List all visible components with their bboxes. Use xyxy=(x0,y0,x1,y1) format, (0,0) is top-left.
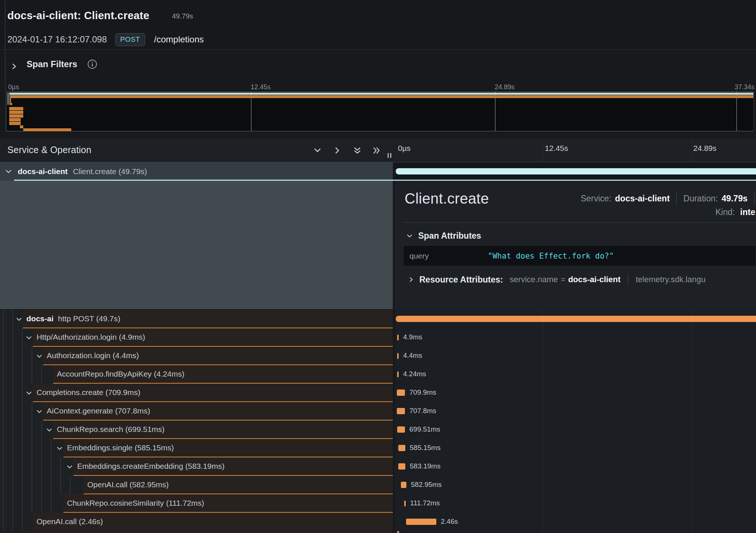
indent-guide xyxy=(22,402,23,420)
chevron-right-icon[interactable] xyxy=(11,63,17,70)
minimap-ruler-tick: 0µs xyxy=(8,83,19,91)
indent-guide xyxy=(41,420,42,439)
span-duration-label: 111.72ms xyxy=(410,499,440,507)
indent-guide xyxy=(32,494,32,513)
indent-guide xyxy=(22,476,23,494)
minimap-ruler-tick: 37.34s xyxy=(735,83,755,91)
chevron-down-icon[interactable] xyxy=(57,447,62,450)
span-row[interactable]: Embeddings.single (585.15ms) xyxy=(0,439,393,457)
column-resize-handle[interactable] xyxy=(388,153,391,158)
span-row[interactable]: AccountRepo.findByApiKey (4.24ms) xyxy=(0,365,393,384)
span-duration-bar[interactable] xyxy=(397,353,399,359)
span-timeline-row[interactable]: 4.9ms xyxy=(395,328,756,347)
span-duration-bar[interactable] xyxy=(404,501,406,506)
span-timeline-row[interactable]: 583.19ms xyxy=(395,457,756,476)
span-timeline-row-selected[interactable] xyxy=(395,162,756,181)
indent-guide xyxy=(3,494,3,513)
span-row[interactable]: Embeddings.createEmbedding (583.19ms) xyxy=(0,457,393,476)
span-row[interactable]: OpenAI.call (582.95ms) xyxy=(0,476,393,494)
indent-guide xyxy=(32,420,32,439)
span-duration-bar[interactable] xyxy=(397,426,405,433)
span-row-selected[interactable]: docs-ai-client Client.create (49.79s) xyxy=(0,162,393,181)
timeline-minimap[interactable] xyxy=(6,91,754,131)
span-row[interactable]: OpenAI.call (2.46s) xyxy=(0,513,393,531)
indent-guide xyxy=(13,347,13,365)
span-duration-bar[interactable] xyxy=(398,445,405,451)
span-timeline-row[interactable]: 2.46s xyxy=(395,513,756,531)
span-timeline-row[interactable] xyxy=(395,310,756,328)
span-row[interactable]: Completions.create (709.9ms) xyxy=(0,384,393,402)
span-timeline-row[interactable]: 709.9ms xyxy=(395,384,756,402)
chevron-down-icon[interactable] xyxy=(26,336,32,340)
indent-guide xyxy=(41,365,42,384)
minimap-span-bar xyxy=(9,107,23,110)
indent-guide xyxy=(41,494,42,513)
indent-guide xyxy=(51,494,51,513)
span-filters-label[interactable]: Span Filters xyxy=(27,59,77,69)
indent-guide xyxy=(22,439,23,457)
span-row[interactable]: Http/Authorization.login (4.9ms) xyxy=(0,328,393,347)
detail-divider xyxy=(403,222,756,223)
collapse-all-icon[interactable] xyxy=(353,146,362,155)
attribute-key: query xyxy=(409,252,429,260)
span-row[interactable]: ChunkRepo.search (699.51ms) xyxy=(0,420,393,439)
info-icon[interactable] xyxy=(87,59,97,69)
selected-row-underline xyxy=(14,180,756,181)
resource-key: service.name xyxy=(510,275,558,284)
span-duration-bar[interactable] xyxy=(397,390,405,396)
span-row[interactable]: docs-aihttp POST (49.7s) xyxy=(0,310,393,328)
span-duration-bar[interactable] xyxy=(396,316,756,322)
span-service-name: docs-ai xyxy=(27,314,54,323)
span-timeline-row[interactable]: 4.4ms xyxy=(395,347,756,365)
span-timeline-row[interactable]: 111.72ms xyxy=(395,494,756,513)
chevron-down-icon[interactable] xyxy=(16,318,22,321)
minimap-span-bar xyxy=(9,93,753,95)
span-row[interactable]: Authorization.login (4.4ms) xyxy=(0,347,393,365)
chevron-right-icon xyxy=(409,277,413,283)
chevron-down-icon[interactable] xyxy=(5,169,12,174)
span-duration-label: 4.9ms xyxy=(403,333,422,341)
collapse-one-icon[interactable] xyxy=(313,146,322,155)
meta-divider xyxy=(676,192,677,205)
span-duration-bar[interactable] xyxy=(397,408,405,414)
chevron-down-icon[interactable] xyxy=(37,354,42,358)
span-duration-bar[interactable] xyxy=(398,463,405,470)
chevron-down-icon[interactable] xyxy=(26,391,32,395)
indent-guide xyxy=(32,439,32,457)
span-operation-name: ChunkRepo.search (699.51ms) xyxy=(57,425,165,434)
span-duration-bar[interactable] xyxy=(397,371,399,377)
span-timeline-row[interactable]: 585.15ms xyxy=(395,439,756,457)
expand-all-icon[interactable] xyxy=(372,146,381,155)
span-row[interactable]: ChunkRepo.cosineSimilarity (111.72ms) xyxy=(0,494,393,513)
timeline-ruler-tick: 24.89s xyxy=(693,144,717,153)
resource-attributes-row[interactable]: Resource Attributes: service.name = docs… xyxy=(409,274,705,285)
chevron-down-icon[interactable] xyxy=(67,465,72,469)
span-duration-bar[interactable] xyxy=(401,482,406,488)
indent-guide xyxy=(13,384,13,402)
span-row-partial[interactable] xyxy=(0,530,393,533)
indent-guide xyxy=(41,476,42,494)
span-timeline-row[interactable]: 707.8ms xyxy=(395,402,756,420)
span-timeline-row[interactable]: 4.24ms xyxy=(395,365,756,384)
span-attributes-header[interactable]: Span Attributes xyxy=(407,231,481,241)
span-timeline-row[interactable]: 582.95ms xyxy=(395,476,756,494)
indent-guide xyxy=(3,420,3,439)
span-duration-bar[interactable] xyxy=(396,168,756,174)
span-operation-name: Authorization.login (4.4ms) xyxy=(47,351,139,360)
chevron-down-icon[interactable] xyxy=(37,410,42,413)
expand-one-icon[interactable] xyxy=(333,146,342,155)
trace-subheader: 2024-01-17 16:12:07.098 POST /completion… xyxy=(7,32,204,46)
indent-guide xyxy=(3,328,3,347)
duration-label: Duration: xyxy=(683,194,718,204)
span-row[interactable]: AiContext.generate (707.8ms) xyxy=(0,402,393,420)
span-operation-name: OpenAI.call (582.95ms) xyxy=(87,480,169,489)
span-timeline-row[interactable]: 699.51ms xyxy=(395,420,756,439)
minimap-drag-handle[interactable] xyxy=(7,93,10,105)
minimap-span-bar xyxy=(10,103,12,105)
attribute-row: query "What does Effect.fork do?" xyxy=(403,245,756,266)
span-duration-bar[interactable] xyxy=(397,335,399,340)
span-operation-name: Http/Authorization.login (4.9ms) xyxy=(37,333,145,342)
span-duration-bar[interactable] xyxy=(406,519,436,525)
span-duration-label: 582.95ms xyxy=(411,481,441,489)
chevron-down-icon[interactable] xyxy=(47,428,52,432)
